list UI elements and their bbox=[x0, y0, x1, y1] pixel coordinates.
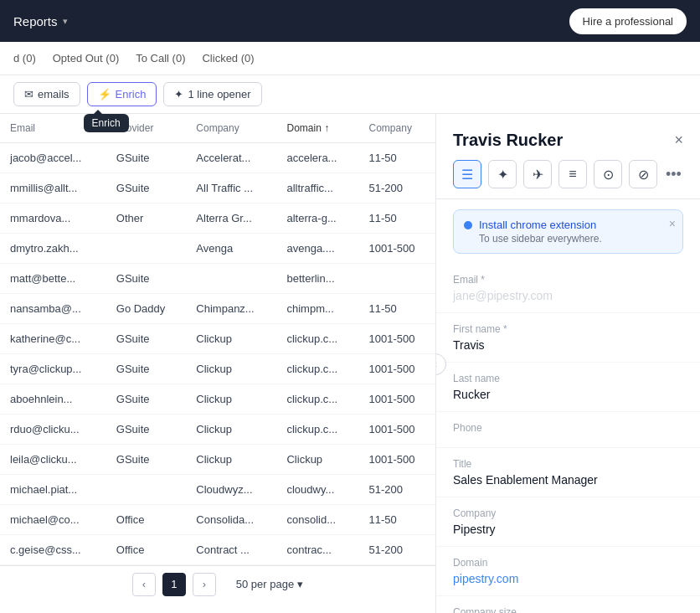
reports-chevron: ▾ bbox=[63, 16, 68, 27]
field-value[interactable]: Rucker bbox=[453, 388, 683, 401]
table-row[interactable]: katherine@c... GSuite Clickup clickup.c.… bbox=[0, 324, 435, 354]
app-header: Reports ▾ Hire a professional bbox=[0, 0, 700, 42]
enrich-icon: ⚡ bbox=[98, 88, 111, 100]
cell-domain: alltraffic... bbox=[276, 173, 358, 203]
contact-details-button[interactable]: ☰ bbox=[453, 160, 481, 188]
cell-email: c.geise@css... bbox=[0, 535, 106, 565]
field-value[interactable]: Pipestry bbox=[453, 523, 683, 536]
tab-to-call[interactable]: To Call (0) bbox=[136, 49, 185, 68]
cell-provider bbox=[106, 475, 187, 505]
field-value[interactable]: jane@pipestry.com bbox=[453, 289, 683, 302]
cell-company-size: 11-50 bbox=[359, 143, 435, 173]
cell-company: Clickup bbox=[186, 354, 276, 384]
table-row[interactable]: nansamba@... Go Daddy Chimpanz... chimpm… bbox=[0, 294, 435, 324]
line-opener-button[interactable]: ✦ 1 line opener bbox=[163, 82, 261, 106]
table-row[interactable]: aboehnlein... GSuite Clickup clickup.c..… bbox=[0, 384, 435, 415]
tab-delivered[interactable]: d (0) bbox=[13, 49, 36, 68]
field-value[interactable]: Sales Enablement Manager bbox=[453, 473, 683, 487]
cell-company-size: 11-50 bbox=[359, 505, 435, 535]
cell-provider: GSuite bbox=[106, 264, 187, 294]
cell-provider: Office bbox=[106, 535, 187, 565]
cell-domain: cloudwy... bbox=[276, 475, 358, 505]
cell-company-size: 51-200 bbox=[359, 173, 435, 203]
tab-clicked[interactable]: Clicked (0) bbox=[202, 49, 254, 68]
more-actions-button[interactable]: ••• bbox=[666, 166, 682, 183]
pagination: ‹ 1 › 50 per page ▾ bbox=[0, 565, 435, 602]
cell-provider: GSuite bbox=[106, 354, 187, 384]
field-label: Last name bbox=[453, 373, 683, 384]
hire-professional-button[interactable]: Hire a professional bbox=[569, 8, 687, 34]
cell-domain: avenga.... bbox=[276, 234, 358, 264]
banner-content: Install chrome extension To use sidebar … bbox=[479, 219, 602, 245]
cell-email: michael@co... bbox=[0, 505, 106, 535]
table-row[interactable]: michael@co... Office Consolida... consol… bbox=[0, 505, 435, 535]
cell-company-size: 1001-500 bbox=[359, 415, 435, 445]
cell-company: Cloudwyz... bbox=[186, 475, 276, 505]
col-company[interactable]: Company bbox=[186, 114, 276, 143]
cell-domain: accelera... bbox=[276, 143, 358, 173]
contact-fields: Email *jane@pipestry.comFirst name *Trav… bbox=[436, 264, 700, 613]
cell-company: Clickup bbox=[186, 415, 276, 445]
field-value[interactable]: pipestry.com bbox=[453, 572, 683, 585]
contact-field: TitleSales Enablement Manager bbox=[436, 448, 700, 497]
notes-button[interactable]: ≡ bbox=[558, 160, 587, 188]
cell-company-size: 1001-500 bbox=[359, 234, 435, 264]
table-row[interactable]: leila@clicku... GSuite Clickup Clickup 1… bbox=[0, 445, 435, 475]
filter-tabs: d (0) Opted Out (0) To Call (0) Clicked … bbox=[0, 42, 700, 75]
cell-provider: Other bbox=[106, 203, 187, 234]
field-label: Domain bbox=[453, 557, 683, 569]
contact-field: First name *Travis bbox=[436, 313, 700, 363]
prev-page-button[interactable]: ‹ bbox=[132, 573, 156, 596]
close-banner-button[interactable]: × bbox=[669, 217, 676, 230]
table-row[interactable]: mmardova... Other Alterra Gr... alterra-… bbox=[0, 203, 435, 234]
reports-menu[interactable]: Reports ▾ bbox=[13, 14, 68, 28]
table-row[interactable]: jacob@accel... GSuite Accelerat... accel… bbox=[0, 143, 435, 173]
col-domain[interactable]: Domain ↑ bbox=[276, 114, 358, 143]
cell-company-size: 1001-500 bbox=[359, 445, 435, 475]
tab-opted-out[interactable]: Opted Out (0) bbox=[53, 49, 119, 68]
cell-email: matt@bette... bbox=[0, 264, 106, 294]
table-row[interactable]: tyra@clickup... GSuite Clickup clickup.c… bbox=[0, 354, 435, 384]
field-label: Title bbox=[453, 458, 683, 470]
cell-domain: clickup.c... bbox=[276, 384, 358, 415]
table-row[interactable]: matt@bette... GSuite betterlin... bbox=[0, 264, 435, 294]
table-row[interactable]: rduo@clicku... GSuite Clickup clickup.c.… bbox=[0, 415, 435, 445]
cell-company: Clickup bbox=[186, 445, 276, 475]
page-1-button[interactable]: 1 bbox=[162, 573, 186, 596]
table-row[interactable]: dmytro.zakh... Avenga avenga.... 1001-50… bbox=[0, 234, 435, 264]
enrich-button[interactable]: ⚡ Enrich bbox=[87, 82, 157, 106]
col-company-size[interactable]: Company bbox=[359, 114, 435, 143]
per-page-selector[interactable]: 50 per page ▾ bbox=[236, 578, 303, 590]
cell-email: jacob@accel... bbox=[0, 143, 106, 173]
cell-email: katherine@c... bbox=[0, 324, 106, 354]
emails-button[interactable]: ✉ emails bbox=[13, 82, 80, 106]
cell-domain: contrac... bbox=[276, 535, 358, 565]
field-value[interactable]: Travis bbox=[453, 338, 683, 352]
next-page-button[interactable]: › bbox=[193, 573, 216, 596]
activity-button[interactable]: ⊘ bbox=[629, 160, 657, 188]
cell-domain: Clickup bbox=[276, 445, 358, 475]
chrome-extension-banner: Install chrome extension To use sidebar … bbox=[453, 209, 683, 254]
banner-dot bbox=[464, 221, 472, 229]
contact-field: CompanyPipestry bbox=[436, 497, 700, 547]
close-panel-button[interactable]: × bbox=[674, 131, 683, 149]
cell-company-size: 51-200 bbox=[359, 475, 435, 505]
contacts-table-area: Email Provider Company Domain ↑ Company … bbox=[0, 114, 435, 613]
ai-assist-button[interactable]: ✦ bbox=[488, 160, 517, 188]
tasks-button[interactable]: ⊙ bbox=[594, 160, 622, 188]
table-row[interactable]: mmillis@allt... GSuite All Traffic ... a… bbox=[0, 173, 435, 203]
main-content: Email Provider Company Domain ↑ Company … bbox=[0, 114, 700, 613]
cell-domain: clickup.c... bbox=[276, 415, 358, 445]
cell-company-size: 51-200 bbox=[359, 535, 435, 565]
enrich-tooltip-container: ⚡ Enrich Enrich bbox=[87, 82, 157, 106]
cell-provider: GSuite bbox=[106, 445, 187, 475]
cell-email: aboehnlein... bbox=[0, 384, 106, 415]
table-row[interactable]: c.geise@css... Office Contract ... contr… bbox=[0, 535, 435, 565]
cell-email: mmardova... bbox=[0, 203, 106, 234]
cell-provider: GSuite bbox=[106, 384, 187, 415]
cell-company: Alterra Gr... bbox=[186, 203, 276, 234]
cell-domain: consolid... bbox=[276, 505, 358, 535]
send-email-button[interactable]: ✈ bbox=[523, 160, 552, 188]
table-row[interactable]: michael.piat... Cloudwyz... cloudwy... 5… bbox=[0, 475, 435, 505]
field-label: Phone bbox=[453, 422, 683, 434]
